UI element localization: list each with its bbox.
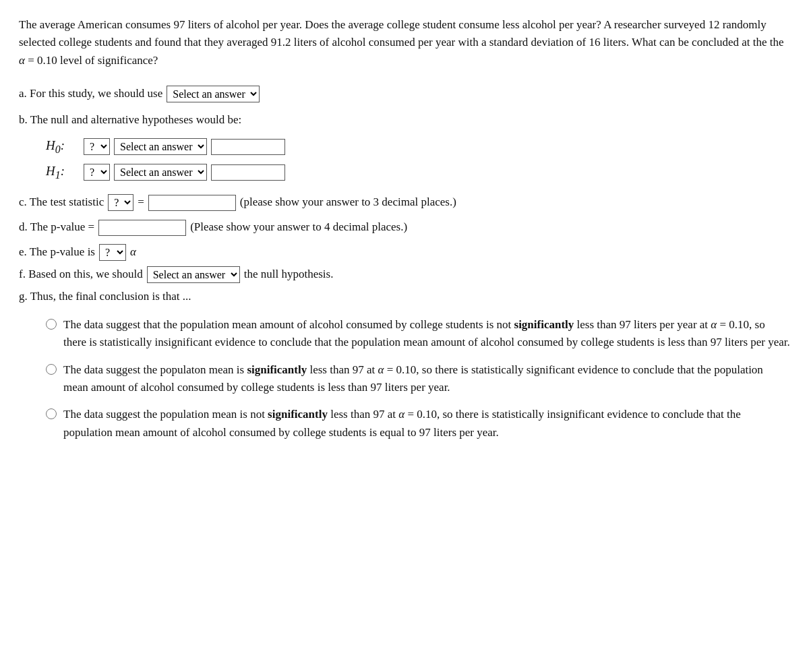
part-f-end: the null hypothesis. <box>244 265 334 284</box>
part-g-label: g. Thus, the final conclusion is that ..… <box>19 290 191 303</box>
part-d: d. The p-value = (Please show your answe… <box>19 218 790 237</box>
study-type-select[interactable]: Select an answer t-test z-test chi-squar… <box>167 86 260 102</box>
option2-radio[interactable] <box>46 364 57 375</box>
h0-symbol-select[interactable]: ? μ σ p <box>84 138 110 155</box>
h0-value-input[interactable] <box>211 139 285 155</box>
pvalue-compare-select[interactable]: ? < > = ≤ ≥ <box>99 244 126 261</box>
part-e-label: e. The p-value is <box>19 243 95 262</box>
test-statistic-input[interactable] <box>148 195 236 211</box>
h1-label: H1: <box>46 164 80 181</box>
part-c-label: c. The test statistic <box>19 193 104 212</box>
h1-row: H1: ? μ σ p Select an answer = ≠ < > ≤ ≥ <box>46 164 790 181</box>
part-c-note: (please show your answer to 3 decimal pl… <box>240 193 456 212</box>
part-d-label: d. The p-value = <box>19 218 94 237</box>
pvalue-input[interactable] <box>98 220 186 236</box>
option1-radio[interactable] <box>46 319 57 330</box>
part-a-label: a. For this study, we should use <box>19 84 162 104</box>
part-b-label: b. The null and alternative hypotheses w… <box>19 111 790 130</box>
option2-text: The data suggest the populaton mean is s… <box>63 361 790 397</box>
option2-container: The data suggest the populaton mean is s… <box>46 361 790 397</box>
h0-row: H0: ? μ σ p Select an answer = ≠ < > ≤ ≥ <box>46 138 790 156</box>
part-c: c. The test statistic ? t z = (please sh… <box>19 193 790 212</box>
equals-sign: = <box>138 193 144 212</box>
option3-radio[interactable] <box>46 408 57 419</box>
action-select[interactable]: Select an answer reject fail to reject a… <box>147 266 240 283</box>
option3-container: The data suggest the population mean is … <box>46 406 790 441</box>
part-f: f. Based on this, we should Select an an… <box>19 265 790 284</box>
part-f-label: f. Based on this, we should <box>19 265 143 284</box>
option3-text: The data suggest the population mean is … <box>63 406 790 441</box>
option1-text: The data suggest that the population mea… <box>63 316 790 352</box>
alpha-symbol: α <box>130 243 136 262</box>
test-statistic-symbol-select[interactable]: ? t z <box>108 194 133 211</box>
option1-container: The data suggest that the population mea… <box>46 316 790 352</box>
part-a: a. For this study, we should use Select … <box>19 84 790 104</box>
h1-comparison-select[interactable]: Select an answer = ≠ < > ≤ ≥ <box>114 164 207 181</box>
h0-label: H0: <box>46 138 80 156</box>
intro-text: The average American consumes 97 liters … <box>19 16 790 69</box>
h1-symbol-select[interactable]: ? μ σ p <box>84 164 110 181</box>
part-g: g. Thus, the final conclusion is that ..… <box>19 287 790 307</box>
h1-value-input[interactable] <box>211 164 285 181</box>
part-d-note: (Please show your answer to 4 decimal pl… <box>190 218 407 237</box>
h0-comparison-select[interactable]: Select an answer = ≠ < > ≤ ≥ <box>114 138 207 155</box>
part-e: e. The p-value is ? < > = ≤ ≥ α <box>19 243 790 262</box>
